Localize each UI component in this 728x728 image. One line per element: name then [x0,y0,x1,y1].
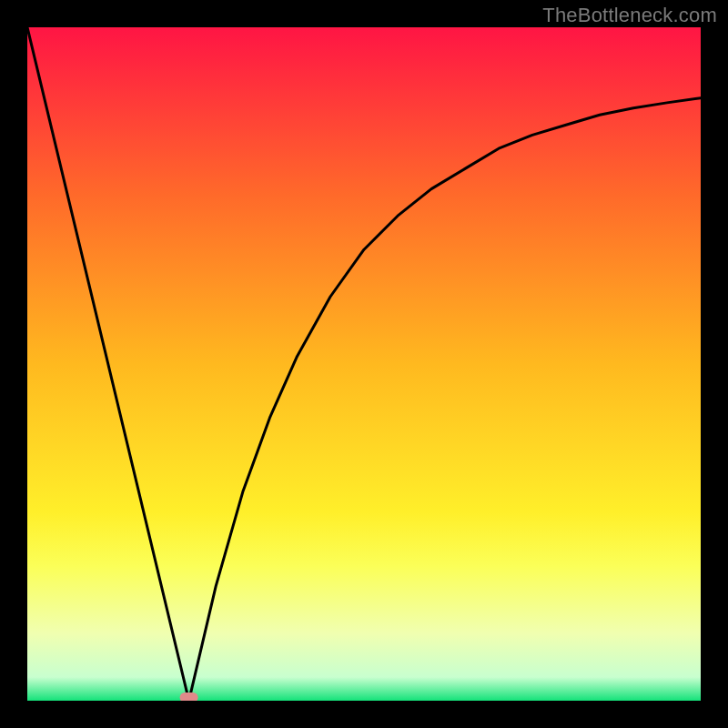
plot-area [27,27,701,701]
optimum-marker [180,693,198,701]
chart-frame: TheBottleneck.com [0,0,728,728]
optimum-marker-shape [180,693,198,701]
chart-svg [27,27,701,701]
watermark-text: TheBottleneck.com [542,4,717,27]
gradient-background [27,27,701,701]
